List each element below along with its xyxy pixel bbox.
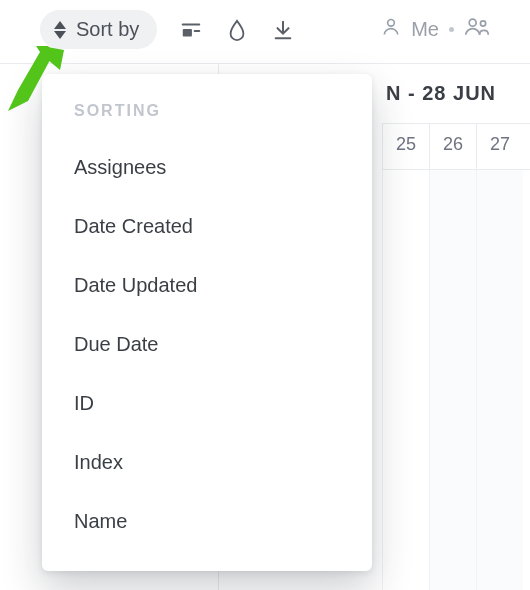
drop-icon[interactable] [225, 18, 249, 42]
people-icon [464, 16, 490, 43]
sort-item-date-updated[interactable]: Date Updated [42, 256, 372, 315]
sort-item-assignees[interactable]: Assignees [42, 138, 372, 197]
grid-column [476, 170, 523, 590]
toolbar: Sort by Me [0, 0, 530, 64]
sort-item-date-created[interactable]: Date Created [42, 197, 372, 256]
sort-by-button[interactable]: Sort by [40, 10, 157, 49]
me-filter[interactable]: Me [381, 16, 490, 43]
sort-by-label: Sort by [76, 18, 139, 41]
svg-rect-3 [183, 29, 192, 36]
sort-section-label: SORTING [42, 102, 372, 138]
svg-marker-0 [54, 21, 66, 29]
date-range-label: N - 28 JUN [382, 64, 530, 124]
svg-point-8 [469, 19, 476, 26]
sort-popover: SORTING Assignees Date Created Date Upda… [42, 74, 372, 571]
svg-point-7 [388, 20, 395, 27]
me-label: Me [411, 18, 439, 41]
sort-item-name[interactable]: Name [42, 492, 372, 551]
calendar-header: N - 28 JUN 25 26 27 [382, 64, 530, 590]
day-cell[interactable]: 27 [476, 124, 523, 169]
svg-marker-1 [54, 31, 66, 39]
day-header-row: 25 26 27 [382, 124, 530, 170]
day-cell[interactable]: 26 [429, 124, 476, 169]
separator-dot [449, 27, 454, 32]
calendar-grid [382, 170, 530, 590]
day-cell[interactable]: 25 [382, 124, 429, 169]
sort-item-index[interactable]: Index [42, 433, 372, 492]
sort-icon [54, 21, 66, 39]
grid-column [382, 170, 429, 590]
grid-column [429, 170, 476, 590]
person-icon [381, 16, 401, 43]
download-icon[interactable] [271, 18, 295, 42]
sort-item-id[interactable]: ID [42, 374, 372, 433]
svg-point-9 [480, 21, 485, 26]
sort-item-due-date[interactable]: Due Date [42, 315, 372, 374]
group-icon[interactable] [179, 18, 203, 42]
